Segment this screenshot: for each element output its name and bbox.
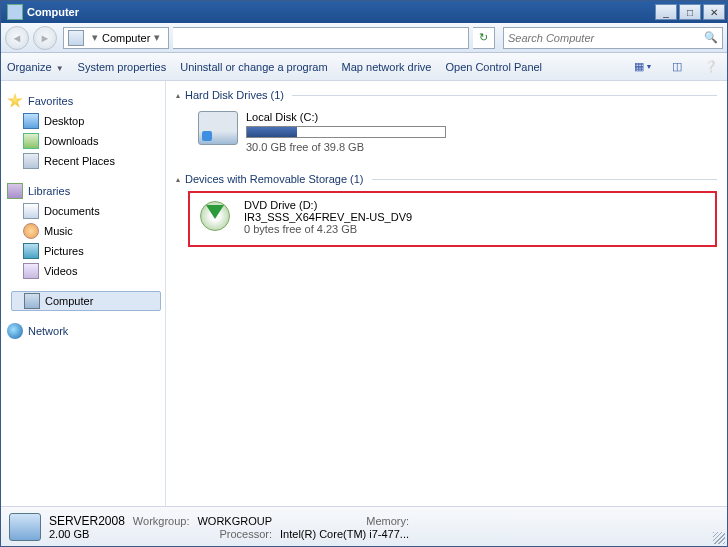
breadcrumb[interactable]: ▾ Computer ▾	[63, 27, 169, 49]
content-pane: ▴ Hard Disk Drives (1) Local Disk (C:) 3…	[166, 81, 727, 506]
network-icon	[7, 323, 23, 339]
dvd-icon	[196, 199, 236, 233]
minimize-button[interactable]: _	[655, 4, 677, 20]
chevron-icon[interactable]: ▾	[154, 31, 160, 44]
capacity-bar	[246, 126, 446, 138]
sidebar-item-network[interactable]: Network	[7, 321, 165, 341]
hdd-icon	[198, 111, 238, 145]
sidebar-item-desktop[interactable]: Desktop	[7, 111, 165, 131]
search-box[interactable]: 🔍	[503, 27, 723, 49]
sidebar: Favorites Desktop Downloads Recent Place…	[1, 81, 166, 506]
maximize-button[interactable]: □	[679, 4, 701, 20]
chevron-icon[interactable]: ▾	[92, 31, 98, 44]
titlebar[interactable]: Computer _ □ ✕	[1, 1, 727, 23]
control-panel-button[interactable]: Open Control Panel	[445, 61, 542, 73]
status-name: SERVER2008	[49, 514, 125, 528]
system-properties-button[interactable]: System properties	[78, 61, 167, 73]
sidebar-item-downloads[interactable]: Downloads	[7, 131, 165, 151]
libraries-icon	[7, 183, 23, 199]
drive-dvd-d[interactable]: DVD Drive (D:) IR3_SSS_X64FREV_EN-US_DV9…	[188, 191, 717, 247]
explorer-window: Computer _ □ ✕ ◄ ► ▾ Computer ▾ ↻ 🔍 Orga…	[0, 0, 728, 547]
collapse-icon[interactable]: ▴	[176, 175, 180, 184]
status-memory-label: Memory:	[280, 515, 409, 527]
view-options-button[interactable]: ▦▼	[633, 58, 653, 76]
section-header-hdd[interactable]: ▴ Hard Disk Drives (1)	[176, 89, 717, 101]
computer-icon	[68, 30, 84, 46]
status-processor-label: Processor:	[197, 528, 272, 540]
drive-label: IR3_SSS_X64FREV_EN-US_DV9	[244, 211, 444, 223]
status-memory-value: 2.00 GB	[49, 528, 125, 540]
desktop-icon	[23, 113, 39, 129]
sidebar-item-pictures[interactable]: Pictures	[7, 241, 165, 261]
pictures-icon	[23, 243, 39, 259]
navbar: ◄ ► ▾ Computer ▾ ↻ 🔍	[1, 23, 727, 53]
preview-pane-button[interactable]: ◫	[667, 58, 687, 76]
computer-icon	[7, 4, 23, 20]
map-drive-button[interactable]: Map network drive	[342, 61, 432, 73]
drive-status: 30.0 GB free of 39.8 GB	[246, 141, 446, 153]
refresh-button[interactable]: ↻	[473, 27, 495, 49]
videos-icon	[23, 263, 39, 279]
drive-local-disk-c[interactable]: Local Disk (C:) 30.0 GB free of 39.8 GB	[194, 107, 717, 157]
help-button[interactable]: ❔	[701, 58, 721, 76]
search-input[interactable]	[504, 32, 700, 44]
search-icon[interactable]: 🔍	[700, 31, 722, 44]
sidebar-item-recent[interactable]: Recent Places	[7, 151, 165, 171]
drive-name: Local Disk (C:)	[246, 111, 446, 123]
organize-menu[interactable]: Organize▼	[7, 61, 64, 73]
drive-status: 0 bytes free of 4.23 GB	[244, 223, 444, 235]
drive-name: DVD Drive (D:)	[244, 199, 444, 211]
sidebar-item-music[interactable]: Music	[7, 221, 165, 241]
back-button[interactable]: ◄	[5, 26, 29, 50]
downloads-icon	[23, 133, 39, 149]
computer-icon	[24, 293, 40, 309]
sidebar-item-computer[interactable]: Computer	[11, 291, 161, 311]
sidebar-favorites-header[interactable]: Favorites	[7, 91, 165, 111]
window-title: Computer	[27, 6, 653, 18]
status-workgroup-label: Workgroup:	[133, 515, 190, 527]
sidebar-item-videos[interactable]: Videos	[7, 261, 165, 281]
address-bar[interactable]	[173, 27, 469, 49]
sidebar-libraries-header[interactable]: Libraries	[7, 181, 165, 201]
forward-button[interactable]: ►	[33, 26, 57, 50]
sidebar-item-documents[interactable]: Documents	[7, 201, 165, 221]
status-processor-value: Intel(R) Core(TM) i7-477...	[280, 528, 409, 540]
collapse-icon[interactable]: ▴	[176, 91, 180, 100]
recent-icon	[23, 153, 39, 169]
status-bar: SERVER2008 Workgroup: WORKGROUP Memory: …	[1, 506, 727, 546]
documents-icon	[23, 203, 39, 219]
toolbar: Organize▼ System properties Uninstall or…	[1, 53, 727, 81]
breadcrumb-item[interactable]: Computer	[102, 32, 150, 44]
section-header-removable[interactable]: ▴ Devices with Removable Storage (1)	[176, 173, 717, 185]
computer-icon	[9, 513, 41, 541]
music-icon	[23, 223, 39, 239]
uninstall-button[interactable]: Uninstall or change a program	[180, 61, 327, 73]
status-workgroup-value: WORKGROUP	[197, 515, 272, 527]
resize-handle[interactable]	[713, 532, 725, 544]
close-button[interactable]: ✕	[703, 4, 725, 20]
star-icon	[7, 93, 23, 109]
